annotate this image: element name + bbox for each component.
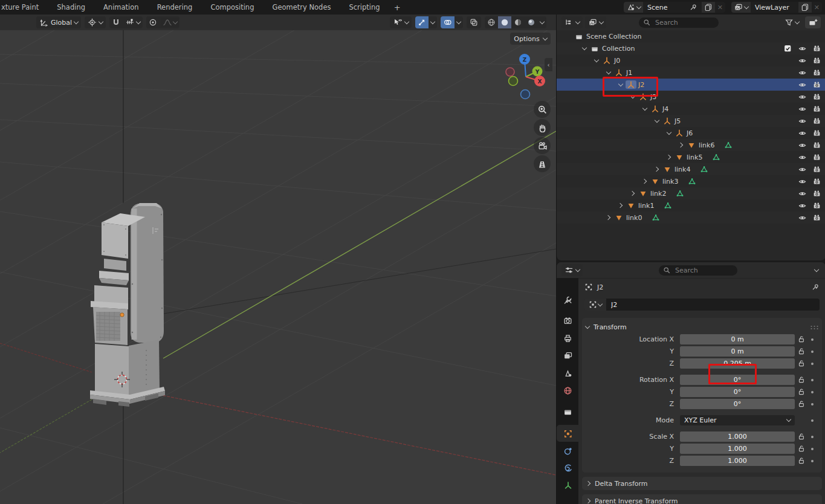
render-visibility-toggle[interactable] [811, 93, 822, 101]
panel-parent-inverse-transform[interactable]: Parent Inverse Transform [582, 494, 822, 504]
expand-chevron-down-icon[interactable] [604, 72, 613, 74]
mesh-data-icon[interactable] [688, 177, 696, 186]
outliner-row-link1[interactable]: link1 [557, 199, 825, 212]
expand-chevron-down-icon[interactable] [616, 84, 626, 86]
outliner-item-label[interactable]: J1 [626, 69, 632, 77]
filter-dropdown[interactable] [782, 16, 801, 28]
outliner-row-j0[interactable]: J0 [557, 54, 825, 66]
outliner-row-j5[interactable]: J5 [557, 115, 825, 127]
pin-icon[interactable] [812, 283, 820, 291]
workspace-tab-xture-paint[interactable]: xture Paint [0, 0, 48, 15]
properties-tab-data[interactable] [557, 476, 578, 493]
new-collection-button[interactable] [805, 16, 821, 28]
properties-tab-object[interactable] [557, 425, 578, 442]
outliner-row-link3[interactable]: link3 [557, 175, 825, 187]
outliner-row-collection[interactable]: Collection [557, 42, 825, 54]
expand-chevron-right-icon[interactable] [616, 204, 626, 207]
mesh-data-icon[interactable] [712, 153, 720, 161]
transform-orientation-dropdown[interactable]: Global [36, 16, 81, 28]
outliner-item-label[interactable]: J3 [650, 93, 656, 101]
value-field[interactable]: 0.205 m [680, 358, 795, 369]
shading-rendered-button[interactable] [525, 16, 538, 28]
properties-tab-render[interactable] [557, 312, 578, 329]
workspace-tab-animation[interactable]: Animation [94, 0, 148, 15]
hide-eye-toggle[interactable] [797, 214, 807, 222]
properties-tab-world[interactable] [557, 382, 578, 399]
outliner-item-label[interactable]: J4 [662, 105, 668, 113]
expand-chevron-down-icon[interactable] [664, 132, 674, 134]
lock-icon[interactable] [795, 360, 808, 367]
outliner-item-label[interactable]: J5 [675, 117, 681, 125]
render-visibility-toggle[interactable] [811, 129, 822, 137]
expand-chevron-down-icon[interactable] [628, 96, 638, 98]
hide-eye-toggle[interactable] [797, 93, 807, 101]
outliner-item-label[interactable]: link4 [675, 166, 690, 173]
hide-eye-toggle[interactable] [797, 190, 807, 198]
camera-view-button[interactable] [534, 137, 551, 154]
show-overlays-toggle[interactable] [441, 16, 455, 28]
lock-icon[interactable] [795, 445, 808, 453]
workspace-tab-geometry-nodes[interactable]: Geometry Nodes [263, 0, 340, 15]
rotation-mode-dropdown[interactable]: XYZ Euler [680, 415, 795, 425]
zoom-button[interactable] [534, 101, 551, 118]
render-visibility-toggle[interactable] [811, 214, 822, 222]
outliner-item-label[interactable]: link3 [662, 178, 678, 186]
animate-dot[interactable] [808, 403, 817, 405]
properties-options-dropdown[interactable] [812, 264, 821, 276]
properties-tab-scene[interactable] [557, 364, 578, 381]
outliner-row-j3[interactable]: J3 [557, 91, 825, 103]
outliner-item-label[interactable]: Collection [602, 45, 635, 53]
outliner-item-label[interactable]: link5 [687, 153, 702, 161]
outliner-row-j2[interactable]: J2 [557, 79, 825, 91]
outliner-row-link0[interactable]: link0 [557, 212, 825, 224]
outliner-row-j1[interactable]: J1 [557, 66, 825, 79]
falloff-dropdown[interactable] [160, 16, 180, 28]
viewport-3d[interactable]: Global [0, 15, 556, 504]
outliner-search-input[interactable] [654, 18, 711, 27]
outliner-item-label[interactable]: link0 [626, 214, 642, 222]
properties-tab-physics[interactable] [557, 459, 578, 476]
hide-eye-toggle[interactable] [797, 141, 807, 149]
outliner-item-label[interactable]: J6 [687, 129, 693, 137]
object-type-visibility-dropdown[interactable] [390, 16, 412, 28]
outliner-item-label[interactable]: link6 [699, 141, 714, 149]
viewlayer-copy-button[interactable] [798, 2, 812, 13]
lock-icon[interactable] [795, 388, 808, 396]
gizmo-neg-y[interactable] [509, 77, 518, 86]
collection-checkbox[interactable] [782, 45, 793, 53]
lock-icon[interactable] [795, 376, 808, 384]
render-visibility-toggle[interactable] [811, 153, 822, 161]
outliner-search[interactable] [639, 18, 719, 28]
expand-chevron-down-icon[interactable] [640, 108, 650, 110]
workspace-tab-compositing[interactable]: Compositing [201, 0, 263, 15]
animate-dot[interactable] [808, 460, 817, 462]
expand-chevron-down-icon[interactable] [652, 120, 662, 122]
expand-chevron-right-icon[interactable] [664, 155, 674, 159]
render-visibility-toggle[interactable] [811, 69, 822, 77]
hide-eye-toggle[interactable] [797, 202, 807, 210]
panel-delta-transform[interactable]: Delta Transform [582, 477, 822, 490]
value-field[interactable]: 1.000 [680, 431, 795, 442]
value-field[interactable]: 0 m [680, 346, 795, 357]
pan-hand-button[interactable] [534, 119, 551, 136]
expand-chevron-right-icon[interactable] [604, 216, 613, 219]
snap-toggle[interactable] [109, 16, 123, 28]
overlays-dropdown[interactable] [455, 16, 463, 28]
animate-dot[interactable] [808, 338, 817, 341]
options-dropdown[interactable]: Options [510, 33, 551, 45]
tabs-overflow-chevron[interactable] [557, 497, 578, 504]
outliner-item-label[interactable]: J0 [614, 57, 620, 65]
pivot-point-dropdown[interactable] [85, 16, 106, 28]
workspace-tab-shading[interactable]: Shading [48, 0, 94, 15]
expand-chevron-right-icon[interactable] [676, 143, 686, 147]
hide-eye-toggle[interactable] [797, 153, 807, 161]
lock-icon[interactable] [795, 433, 808, 441]
object-id-dropdown[interactable] [584, 299, 606, 311]
outliner-item-label[interactable]: link2 [650, 190, 666, 198]
object-name-input[interactable] [606, 299, 820, 311]
render-visibility-toggle[interactable] [811, 57, 822, 65]
shading-material-button[interactable] [511, 16, 525, 28]
render-visibility-toggle[interactable] [811, 81, 822, 89]
properties-tab-output[interactable] [557, 329, 578, 346]
animate-dot[interactable] [808, 391, 817, 393]
